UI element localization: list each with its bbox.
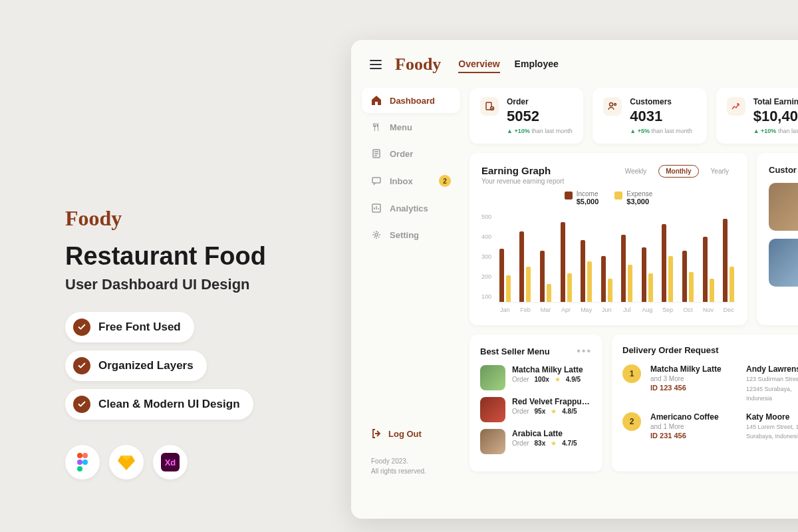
best-seller-card: Best Seller Menu ••• Matcha Milky Latte … <box>469 334 602 471</box>
tool-badges-row: Xd <box>65 445 291 479</box>
promo-logo: Foody <box>65 206 291 231</box>
stat-value: 5052 <box>507 108 573 125</box>
feature-text: Free Font Used <box>98 321 181 334</box>
best-seller-name: Red Velvet Frappucino <box>512 397 592 406</box>
sidebar-item-inbox[interactable]: Inbox 2 <box>362 168 460 194</box>
promo-subtitle: User Dashboard UI Design <box>65 276 291 293</box>
stat-value: $10,403 <box>753 108 798 125</box>
figma-icon <box>65 445 100 479</box>
bottom-row: Best Seller Menu ••• Matcha Milky Latte … <box>469 334 798 471</box>
food-thumb <box>480 365 505 390</box>
star-icon: ★ <box>555 376 561 383</box>
delivery-item[interactable]: 1 Matcha Milky Latte and 3 More ID 123 4… <box>622 364 798 403</box>
feature-pill: Organized Layers <box>65 350 207 381</box>
food-thumb <box>480 429 505 454</box>
period-weekly[interactable]: Weekly <box>618 166 654 177</box>
legend-expense: Expense$3,000 <box>614 190 652 205</box>
sidebar-item-order[interactable]: Order <box>362 141 460 166</box>
customer-map-card: Custor <box>757 153 798 325</box>
home-icon <box>371 95 382 106</box>
feature-text: Clean & Modern UI Design <box>98 398 240 411</box>
feature-pill: Free Font Used <box>65 312 194 342</box>
delivery-number: 1 <box>622 364 641 383</box>
period-yearly[interactable]: Yearly <box>704 166 735 177</box>
legend-swatch <box>614 192 622 200</box>
footer-line: All rights reserved. <box>371 466 451 476</box>
best-seller-item[interactable]: Arabica Latte Order 83x ★ 4.7/5 <box>480 429 592 454</box>
sidebar-item-menu[interactable]: Menu <box>362 114 460 140</box>
feature-pill: Clean & Modern UI Design <box>65 389 253 420</box>
svg-point-10 <box>375 233 378 236</box>
stat-card-order[interactable]: Order 5052 ▲ +10% than last month <box>469 88 583 144</box>
order-stat-icon <box>480 97 499 116</box>
delivery-more: and 3 More <box>650 375 737 382</box>
chart-icon <box>371 203 382 213</box>
svg-rect-8 <box>372 178 380 183</box>
delivery-item[interactable]: 2 Americano Coffee and 1 More ID 231 456… <box>622 412 798 441</box>
chat-icon <box>371 176 382 186</box>
best-seller-item[interactable]: Red Velvet Frappucino Order 95x ★ 4.8/5 <box>480 397 592 422</box>
app-logo: Foody <box>395 55 441 74</box>
promo-panel: Foody Restaurant Food User Dashboard UI … <box>65 206 291 479</box>
sidebar-item-label: Analytics <box>390 203 428 213</box>
top-tabs: Overview Employee <box>458 56 558 73</box>
sketch-icon <box>109 445 144 479</box>
svg-point-13 <box>610 103 613 106</box>
delivery-customer: Andy Lawrens <box>746 364 798 374</box>
more-icon[interactable]: ••• <box>577 345 592 357</box>
stat-label: Total Earning <box>753 97 798 106</box>
check-icon <box>73 357 90 374</box>
stat-card-earning[interactable]: Total Earning $10,403 ▲ +10% than last m <box>716 88 798 144</box>
delivery-address: 123 Sudirman Street, <box>746 375 798 384</box>
delivery-card: Delivery Order Request 1 Matcha Milky La… <box>612 334 798 471</box>
chart-legend: Income$5,000 Expense$3,000 <box>481 190 735 205</box>
chart-body: 500400300200100 JanFebMarAprMayJunJulAug… <box>481 213 735 313</box>
sidebar-item-dashboard[interactable]: Dashboard <box>362 88 460 113</box>
svg-point-2 <box>77 460 82 465</box>
customer-map-title: Custor <box>769 165 798 175</box>
logout-button[interactable]: Log Out <box>362 422 460 446</box>
main-area: Order 5052 ▲ +10% than last month Custom… <box>469 88 798 476</box>
chart-subtitle: Your revenue earning report <box>481 178 564 185</box>
period-monthly[interactable]: Monthly <box>658 165 698 178</box>
legend-label: Expense <box>626 190 652 198</box>
sidebar-item-label: Setting <box>390 230 419 240</box>
delivery-address: 145 Lorem Street, 12 <box>746 423 798 432</box>
promo-title: Restaurant Food <box>65 243 291 271</box>
app-window: Foody Overview Employee Dashboard Menu O… <box>351 40 798 519</box>
sidebar-item-analytics[interactable]: Analytics <box>362 196 460 221</box>
hamburger-icon[interactable] <box>370 60 382 69</box>
best-seller-title: Best Seller Menu <box>480 346 550 356</box>
sidebar: Dashboard Menu Order Inbox 2 Analytics <box>362 88 460 476</box>
document-icon <box>371 148 382 159</box>
xd-icon: Xd <box>153 445 188 479</box>
stat-label: Customers <box>630 97 696 106</box>
best-seller-name: Matcha Milky Latte <box>512 365 592 374</box>
utensils-icon <box>371 122 382 132</box>
y-axis: 500400300200100 <box>481 213 494 300</box>
x-axis: JanFebMarAprMayJunJulAugSepOctNovDec <box>498 307 735 313</box>
stat-change: ▲ +5% than last month <box>630 128 696 134</box>
stat-value: 4031 <box>630 108 696 125</box>
svg-point-0 <box>77 453 82 458</box>
stats-row: Order 5052 ▲ +10% than last month Custom… <box>469 88 798 144</box>
customers-stat-icon <box>603 97 622 116</box>
inbox-badge: 2 <box>439 175 451 187</box>
star-icon: ★ <box>551 408 557 415</box>
svg-point-4 <box>77 466 82 471</box>
delivery-more: and 1 More <box>650 423 737 430</box>
legend-value: $5,000 <box>577 198 599 205</box>
best-seller-item[interactable]: Matcha Milky Latte Order 100x ★ 4.9/5 <box>480 365 592 390</box>
delivery-number: 2 <box>622 412 641 431</box>
legend-value: $3,000 <box>626 198 652 205</box>
sidebar-item-setting[interactable]: Setting <box>362 222 460 247</box>
delivery-product: Americano Coffee <box>650 412 737 422</box>
stat-card-customers[interactable]: Customers 4031 ▲ +5% than last month <box>593 88 706 144</box>
tab-employee[interactable]: Employee <box>515 56 559 73</box>
sidebar-item-label: Dashboard <box>390 96 435 106</box>
bars-area <box>498 213 735 303</box>
sidebar-item-label: Inbox <box>390 176 413 186</box>
earning-chart-card: Earning Graph Your revenue earning repor… <box>469 153 747 325</box>
tab-overview[interactable]: Overview <box>458 56 499 73</box>
delivery-product: Matcha Milky Latte <box>650 364 737 374</box>
